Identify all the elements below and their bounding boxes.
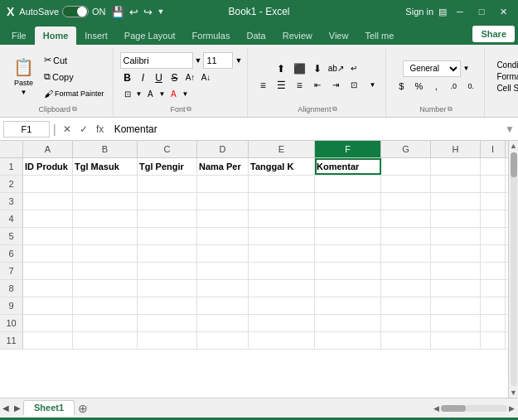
maximize-button[interactable]: □ (473, 3, 490, 20)
cell-H3[interactable] (431, 193, 481, 210)
cell-C11[interactable] (138, 332, 197, 349)
decrease-font-button[interactable]: A↓ (199, 70, 214, 85)
cell-H7[interactable] (431, 263, 481, 279)
formula-expand-icon[interactable]: ▼ (505, 123, 515, 135)
ribbon-display-icon[interactable]: ▤ (438, 7, 447, 17)
cell-G3[interactable] (381, 193, 431, 210)
cell-D2[interactable] (197, 176, 249, 192)
cell-D11[interactable] (197, 332, 249, 349)
cell-G7[interactable] (381, 263, 431, 279)
col-header-B[interactable]: B (73, 141, 138, 157)
tab-insert[interactable]: Insert (76, 27, 116, 45)
alignment-expand-icon[interactable]: ⧉ (332, 105, 337, 113)
increase-indent-button[interactable]: ⇥ (327, 78, 344, 93)
col-header-F[interactable]: F (315, 141, 381, 157)
cell-F6[interactable] (315, 245, 381, 262)
border-button[interactable]: ⊡ (120, 87, 135, 102)
cell-B11[interactable] (73, 332, 138, 349)
scroll-v-track[interactable] (511, 152, 517, 386)
add-sheet-button[interactable]: ⊕ (75, 402, 91, 415)
share-button[interactable]: Share (472, 26, 515, 42)
scroll-up-arrow[interactable]: ▲ (509, 141, 518, 151)
percent-button[interactable]: % (410, 79, 427, 94)
fill-color-button[interactable]: A (143, 87, 157, 102)
col-header-D[interactable]: D (197, 141, 249, 157)
cell-C6[interactable] (138, 245, 197, 262)
cell-H1[interactable] (431, 158, 481, 175)
cell-E10[interactable] (249, 315, 315, 331)
cell-D1[interactable]: Nama Per (197, 158, 249, 175)
orientation-button[interactable]: ab↗ (327, 61, 344, 76)
cell-E2[interactable] (249, 176, 315, 192)
col-header-A[interactable]: A (23, 141, 73, 157)
cell-I8[interactable] (481, 280, 506, 297)
cell-G8[interactable] (381, 280, 431, 297)
cell-D5[interactable] (197, 228, 249, 244)
cell-A8[interactable] (23, 280, 73, 297)
cell-G2[interactable] (381, 176, 431, 192)
bold-button[interactable]: B (120, 70, 135, 85)
cell-I10[interactable] (481, 315, 506, 331)
cell-H5[interactable] (431, 228, 481, 244)
cell-F11[interactable] (315, 332, 381, 349)
cell-B10[interactable] (73, 315, 138, 331)
cell-H9[interactable] (431, 297, 481, 314)
cell-E4[interactable] (249, 210, 315, 227)
cell-B2[interactable] (73, 176, 138, 192)
cell-I4[interactable] (481, 210, 506, 227)
fill-dropdown[interactable]: ▼ (158, 90, 165, 98)
number-format-dropdown[interactable]: ▼ (462, 65, 469, 72)
cell-B5[interactable] (73, 228, 138, 244)
tab-data[interactable]: Data (238, 27, 274, 45)
cell-D9[interactable] (197, 297, 249, 314)
cell-I7[interactable] (481, 263, 506, 279)
h-scroll-thumb[interactable] (441, 405, 466, 412)
cell-F10[interactable] (315, 315, 381, 331)
sheet-nav-right-icon[interactable]: ▶ (12, 402, 23, 414)
cell-A6[interactable] (23, 245, 73, 262)
cell-C10[interactable] (138, 315, 197, 331)
vertical-scrollbar[interactable]: ▲ ▼ (508, 141, 518, 398)
decrease-indent-button[interactable]: ⇤ (309, 78, 326, 93)
underline-button[interactable]: U (152, 70, 167, 85)
italic-button[interactable]: I (136, 70, 151, 85)
cell-C2[interactable] (138, 176, 197, 192)
number-format-select[interactable]: General (403, 60, 461, 77)
align-top-button[interactable]: ⬆ (273, 61, 289, 76)
cell-A7[interactable] (23, 263, 73, 279)
cell-H8[interactable] (431, 280, 481, 297)
comma-button[interactable]: , (428, 79, 444, 94)
save-icon[interactable]: 💾 (111, 6, 124, 18)
minimize-button[interactable]: ─ (452, 3, 468, 20)
cut-button[interactable]: ✂ Cut (41, 53, 108, 68)
tab-page-layout[interactable]: Page Layout (116, 27, 184, 45)
cell-A5[interactable] (23, 228, 73, 244)
cell-C5[interactable] (138, 228, 197, 244)
cell-I6[interactable] (481, 245, 506, 262)
cell-I5[interactable] (481, 228, 506, 244)
cell-I9[interactable] (481, 297, 506, 314)
font-color-button[interactable]: A (166, 87, 181, 102)
tab-formulas[interactable]: Formulas (184, 27, 239, 45)
merge-button[interactable]: ⊡ (346, 78, 362, 93)
font-size-input[interactable] (203, 52, 233, 69)
cell-C4[interactable] (138, 210, 197, 227)
cell-A2[interactable] (23, 176, 73, 192)
currency-button[interactable]: $ (393, 79, 409, 94)
cell-G1[interactable] (381, 158, 431, 175)
cell-C9[interactable] (138, 297, 197, 314)
cell-reference-input[interactable] (3, 121, 50, 138)
cell-F1[interactable]: Komentar (315, 158, 381, 175)
align-bottom-button[interactable]: ⬇ (309, 61, 326, 76)
cell-C3[interactable] (138, 193, 197, 210)
cell-F4[interactable] (315, 210, 381, 227)
cell-C8[interactable] (138, 280, 197, 297)
tab-review[interactable]: Review (274, 27, 321, 45)
cell-E9[interactable] (249, 297, 315, 314)
tab-home[interactable]: Home (35, 27, 77, 45)
sheet-nav-left-icon[interactable]: ◀ (0, 402, 12, 414)
cell-A4[interactable] (23, 210, 73, 227)
cell-D10[interactable] (197, 315, 249, 331)
cell-F9[interactable] (315, 297, 381, 314)
clipboard-expand-icon[interactable]: ⧉ (72, 105, 77, 113)
